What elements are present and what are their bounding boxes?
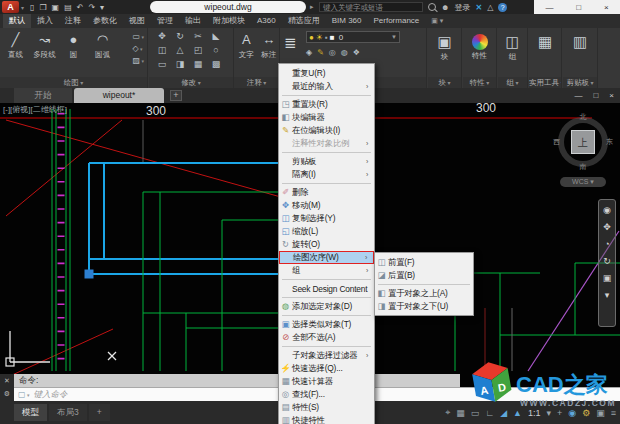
ribbon-tab-addins[interactable]: 附加模块 bbox=[207, 14, 251, 28]
drawing-minimize-button[interactable]: — bbox=[574, 91, 582, 100]
menu-item-bring-to-front[interactable]: ◫前置(F) bbox=[375, 256, 473, 269]
fillet-tool-icon[interactable]: ◣ bbox=[207, 31, 225, 45]
annotation-monitor-icon[interactable]: ◉ bbox=[568, 408, 576, 418]
new-file-icon[interactable]: ▯ bbox=[30, 3, 34, 12]
stretch-tool-icon[interactable]: ◰ bbox=[189, 45, 207, 59]
ellipse-tool-icon[interactable]: ◇ bbox=[133, 44, 144, 53]
menu-item-scale[interactable]: ◱缩放(L) bbox=[279, 225, 374, 238]
menu-item-send-under-objects[interactable]: ◨置于对象之下(U) bbox=[375, 300, 473, 313]
ribbon-tab-view[interactable]: 视图 bbox=[123, 14, 151, 28]
new-layout-tab[interactable]: + bbox=[89, 404, 110, 421]
block-icon[interactable]: ▣ bbox=[428, 33, 461, 51]
layer-match-icon[interactable]: ✎ bbox=[317, 48, 324, 57]
search-icon[interactable] bbox=[428, 3, 436, 11]
ribbon-tab-output[interactable]: 输出 bbox=[179, 14, 207, 28]
plot-icon[interactable]: ▤ bbox=[64, 3, 72, 12]
menu-item-recent-input[interactable]: 最近的输入› bbox=[279, 80, 374, 93]
ribbon-tab-parametric[interactable]: 参数化 bbox=[87, 14, 123, 28]
showmotion-icon[interactable]: ▣ bbox=[603, 273, 612, 283]
panel-label-utilities[interactable]: 实用工具 bbox=[529, 77, 561, 88]
osnap-icon[interactable]: ▲ bbox=[513, 408, 522, 418]
menu-item-repeat-u[interactable]: 重复U(R) bbox=[279, 67, 374, 80]
qat-dropdown-icon[interactable]: ▾ bbox=[100, 3, 104, 12]
menu-item-block-redefine[interactable]: ◳重置块(R) bbox=[279, 98, 374, 111]
file-tab-active[interactable]: wipeout* bbox=[74, 88, 164, 103]
arc-button[interactable]: ◠圆弧 bbox=[89, 30, 116, 60]
viewcube-south-label[interactable]: 南 bbox=[580, 162, 587, 172]
layer-state-icon[interactable]: ◈ bbox=[306, 48, 312, 57]
panel-label-modify[interactable]: 修改 bbox=[149, 77, 233, 88]
open-file-icon[interactable]: ❒ bbox=[39, 3, 46, 12]
group-icon[interactable]: ◫ bbox=[498, 33, 527, 51]
polar-tracking-icon[interactable]: ◢ bbox=[500, 408, 507, 418]
redo-icon[interactable]: ↷ bbox=[88, 3, 95, 12]
customization-icon[interactable]: ≡ bbox=[611, 408, 616, 418]
zoom-icon[interactable]: ◔ bbox=[604, 239, 609, 249]
layer-color-swatch[interactable]: ■ bbox=[330, 33, 335, 42]
ribbon-tab-bim360[interactable]: BIM 360 bbox=[326, 14, 368, 28]
polyline-button[interactable]: ↝多段线 bbox=[31, 30, 58, 60]
line-button[interactable]: ╱直线 bbox=[2, 30, 29, 60]
menu-item-copy-selection[interactable]: ◫复制选择(Y) bbox=[279, 212, 374, 225]
hardware-accel-icon[interactable]: ⚙ bbox=[582, 408, 590, 418]
selection-grip[interactable] bbox=[85, 270, 94, 279]
menu-item-group[interactable]: 组› bbox=[279, 264, 374, 277]
viewcube-north-label[interactable]: 北 bbox=[580, 112, 587, 122]
layer-properties-icon[interactable]: ≣ bbox=[284, 34, 297, 52]
grid-icon[interactable]: ▦ bbox=[456, 408, 465, 418]
menu-item-edit-block-inplace[interactable]: ✎在位编辑块(I) bbox=[279, 124, 374, 137]
menu-item-quick-properties[interactable]: ▥快捷特性 bbox=[279, 414, 374, 424]
offset-tool-icon[interactable]: ○ bbox=[207, 45, 225, 59]
menu-item-add-selected-objects[interactable]: ◍添加选定对象(D) bbox=[279, 300, 374, 313]
scale-dropdown-icon[interactable]: ▾ bbox=[546, 408, 551, 418]
pan-icon[interactable]: ✥ bbox=[603, 222, 611, 232]
ribbon-tab-a360[interactable]: A360 bbox=[251, 14, 282, 28]
menu-item-block-editor[interactable]: ◧块编辑器 bbox=[279, 111, 374, 124]
menu-item-bring-above-objects[interactable]: ◧置于对象之上(A) bbox=[375, 287, 473, 300]
steering-wheel-icon[interactable]: ◉ bbox=[603, 205, 611, 215]
erase-tool-icon[interactable]: ▭ bbox=[153, 59, 171, 73]
save-icon[interactable]: ▣ bbox=[52, 3, 60, 12]
viewport-controls[interactable]: [-][俯视][二维线框] bbox=[3, 104, 67, 115]
clipboard-icon[interactable]: ▥ bbox=[563, 33, 597, 51]
layer-off-icon[interactable]: ❖ bbox=[353, 48, 360, 57]
user-icon[interactable]: ☻ bbox=[441, 3, 449, 12]
orbit-icon[interactable]: ↻ bbox=[603, 256, 611, 266]
menu-item-deselect-all[interactable]: ⊘全部不选(A) bbox=[279, 331, 374, 344]
app-logo[interactable]: A bbox=[2, 1, 19, 13]
panel-label-blocks[interactable]: 块 bbox=[428, 77, 461, 88]
menu-item-properties[interactable]: ▤特性(S) bbox=[279, 401, 374, 414]
file-tab-start[interactable]: 开始 bbox=[14, 88, 72, 103]
undo-icon[interactable]: ↶ bbox=[77, 3, 84, 12]
menu-item-quick-select[interactable]: ⚡快速选择(Q)... bbox=[279, 362, 374, 375]
search-input[interactable]: 键入关键字或短语 bbox=[319, 2, 423, 12]
a360-icon[interactable]: △ bbox=[487, 3, 493, 12]
menu-item-subobject-selection-filter[interactable]: 子对象选择过滤器› bbox=[279, 349, 374, 362]
menu-item-rotate[interactable]: ↻旋转(O) bbox=[279, 238, 374, 251]
app-menu-caret-icon[interactable]: ▾ bbox=[21, 4, 24, 11]
hatch-tool-icon[interactable]: ▨ bbox=[133, 56, 144, 65]
close-button[interactable]: × bbox=[604, 3, 609, 12]
viewcube[interactable]: 上 北 南 东 西 bbox=[554, 113, 612, 171]
isolate-objects-icon[interactable]: ▣ bbox=[596, 408, 605, 418]
viewcube-west-label[interactable]: 西 bbox=[553, 137, 560, 147]
viewcube-east-label[interactable]: 东 bbox=[606, 137, 613, 147]
menu-item-seek-design-content[interactable]: Seek Design Content bbox=[279, 282, 374, 295]
command-close-icon[interactable]: ✕ bbox=[4, 377, 10, 385]
panel-label-properties[interactable]: 特性 bbox=[463, 77, 496, 88]
wcs-dropdown[interactable]: WCS ▾ bbox=[560, 177, 606, 187]
title-caret-icon[interactable]: ▸ bbox=[310, 3, 314, 11]
menu-item-find[interactable]: ◎查找(F)... bbox=[279, 388, 374, 401]
viewcube-top-face[interactable]: 上 bbox=[571, 130, 595, 154]
ribbon-tab-insert[interactable]: 插入 bbox=[31, 14, 59, 28]
command-input-icon[interactable]: ▢ bbox=[18, 390, 29, 399]
ortho-icon[interactable]: ∟ bbox=[485, 408, 494, 418]
circle-button[interactable]: ●圆 bbox=[60, 30, 87, 60]
rectangle-tool-icon[interactable]: ▭ bbox=[133, 32, 144, 41]
layer-lock-icon[interactable]: ▪ bbox=[325, 33, 328, 42]
new-drawing-button[interactable]: + bbox=[170, 90, 182, 101]
rotate-tool-icon[interactable]: ↻ bbox=[171, 31, 189, 45]
layer-freeze-tool-icon[interactable]: ◍ bbox=[341, 48, 348, 57]
menu-item-isolate[interactable]: 隔离(I)› bbox=[279, 168, 374, 181]
maximize-button[interactable]: □ bbox=[576, 3, 581, 12]
